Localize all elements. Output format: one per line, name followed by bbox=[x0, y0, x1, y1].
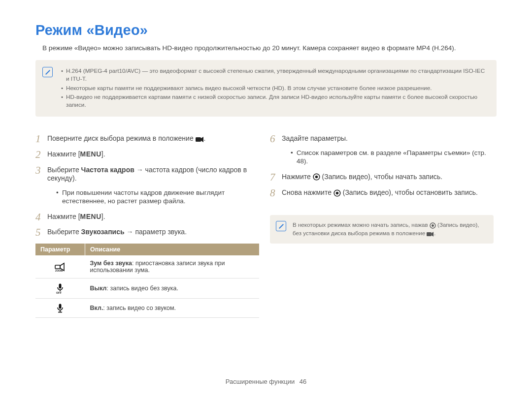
table-header-desc: Описание bbox=[85, 244, 260, 255]
note-list: H.264 (MPEG-4 part10/AVC) — это видеофор… bbox=[57, 67, 490, 110]
step-sublist: Список параметров см. в разделе «Парамет… bbox=[282, 143, 494, 166]
table-row: Вкл.: запись видео со звуком. bbox=[35, 298, 259, 317]
step-text: Выберите bbox=[47, 228, 81, 236]
step-number: 2 bbox=[35, 148, 41, 161]
svg-text:OFF: OFF bbox=[56, 291, 62, 294]
table-header-param: Параметр bbox=[35, 244, 85, 255]
step-1: 1 Поверните диск выбора режима в положен… bbox=[35, 134, 259, 143]
right-column: 6 Задайте параметры. Список параметров с… bbox=[270, 134, 494, 318]
footer-page-number: 46 bbox=[299, 378, 306, 385]
step-list-right: 6 Задайте параметры. Список параметров с… bbox=[270, 134, 494, 197]
menu-label: MENU bbox=[80, 150, 101, 158]
note-icon bbox=[276, 221, 286, 231]
svg-point-14 bbox=[336, 191, 339, 194]
step-text-bold: Звукозапись bbox=[81, 228, 125, 236]
note-box-secondary: В некоторых режимах можно начать запись,… bbox=[270, 215, 494, 244]
step-text: Поверните диск выбора режима в положение bbox=[47, 134, 196, 142]
step-number: 4 bbox=[35, 211, 41, 223]
step-4: 4 Нажмите [MENU]. bbox=[35, 213, 259, 221]
step-3: 3 Выберите Частота кадров → частота кадр… bbox=[35, 166, 259, 206]
svg-marker-18 bbox=[432, 232, 433, 237]
step-8: 8 Снова нажмите (Запись видео), чтобы ос… bbox=[270, 188, 494, 197]
table-cell: Вкл.: запись видео со звуком. bbox=[85, 298, 260, 317]
content-columns: 1 Поверните диск выбора режима в положен… bbox=[35, 134, 497, 318]
svg-point-12 bbox=[315, 176, 318, 179]
step-subitem: Список параметров см. в разделе «Парамет… bbox=[291, 149, 494, 166]
svg-rect-8 bbox=[59, 304, 62, 308]
step-text: Нажмите [ bbox=[47, 213, 80, 220]
svg-rect-17 bbox=[427, 232, 432, 236]
step-text: Задайте параметры. bbox=[282, 134, 348, 142]
page: Режим «Видео» В режиме «Видео» можно зап… bbox=[0, 0, 532, 401]
left-column: 1 Поверните диск выбора режима в положен… bbox=[35, 134, 259, 318]
svg-rect-2 bbox=[55, 265, 60, 269]
note-item: H.264 (MPEG-4 part10/AVC) — это видеофор… bbox=[61, 67, 490, 83]
note-text: В некоторых режимах можно начать запись,… bbox=[291, 221, 488, 238]
note-icon bbox=[42, 67, 53, 77]
videocam-icon bbox=[196, 135, 204, 144]
step-5: 5 Выберите Звукозапись → параметр звука. bbox=[35, 228, 259, 237]
step-subitem: При повышении частоты кадров движение вы… bbox=[56, 188, 259, 206]
record-icon bbox=[313, 173, 320, 182]
step-number: 3 bbox=[35, 164, 41, 177]
step-number: 1 bbox=[35, 132, 41, 145]
svg-point-16 bbox=[432, 224, 434, 227]
step-number: 8 bbox=[270, 186, 275, 199]
menu-label: MENU bbox=[80, 213, 101, 220]
table-cell: Выкл: запись видео без звука. bbox=[85, 278, 260, 298]
note-box: H.264 (MPEG-4 part10/AVC) — это видеофор… bbox=[35, 60, 497, 117]
step-sublist: При повышении частоты кадров движение вы… bbox=[47, 183, 259, 206]
mic-on-icon bbox=[35, 298, 85, 317]
step-text-bold: Частота кадров bbox=[81, 166, 134, 174]
page-title: Режим «Видео» bbox=[35, 22, 497, 38]
note-item: HD-видео не поддерживается картами памят… bbox=[61, 93, 490, 109]
step-number: 6 bbox=[270, 132, 275, 145]
svg-marker-1 bbox=[201, 137, 203, 142]
mic-off-icon: OFF bbox=[35, 278, 85, 298]
step-6: 6 Задайте параметры. Список параметров с… bbox=[270, 134, 494, 166]
page-footer: Расширенные функции 46 bbox=[0, 378, 532, 385]
table-row: OFF Выкл: запись видео без звука. bbox=[35, 278, 259, 298]
step-number: 7 bbox=[270, 171, 275, 184]
step-7: 7 Нажмите (Запись видео), чтобы начать з… bbox=[270, 173, 494, 182]
svg-rect-0 bbox=[196, 137, 201, 142]
table-row: ZOOM Зум без звука: приостановка записи … bbox=[35, 255, 259, 278]
step-text: Снова нажмите bbox=[282, 188, 333, 196]
step-list-left: 1 Поверните диск выбора режима в положен… bbox=[35, 134, 259, 237]
intro-text: В режиме «Видео» можно записывать HD-вид… bbox=[42, 44, 497, 52]
videocam-icon bbox=[427, 230, 434, 238]
step-number: 5 bbox=[35, 226, 41, 239]
step-2: 2 Нажмите [MENU]. bbox=[35, 150, 259, 159]
record-icon bbox=[333, 189, 341, 198]
record-icon bbox=[430, 221, 436, 229]
step-text: Выберите bbox=[47, 166, 81, 174]
svg-text:ZOOM: ZOOM bbox=[55, 269, 63, 272]
audio-params-table: Параметр Описание ZOOM Зум без звука: пр… bbox=[35, 244, 259, 318]
svg-rect-5 bbox=[59, 283, 62, 288]
table-cell: Зум без звука: приостановка записи звука… bbox=[85, 255, 260, 278]
zoom-mute-icon: ZOOM bbox=[35, 255, 85, 278]
step-text: Нажмите bbox=[282, 173, 313, 181]
footer-section: Расширенные функции bbox=[226, 378, 295, 385]
note-item: Некоторые карты памяти не поддерживают з… bbox=[61, 84, 490, 92]
step-text: Нажмите [ bbox=[47, 150, 80, 158]
